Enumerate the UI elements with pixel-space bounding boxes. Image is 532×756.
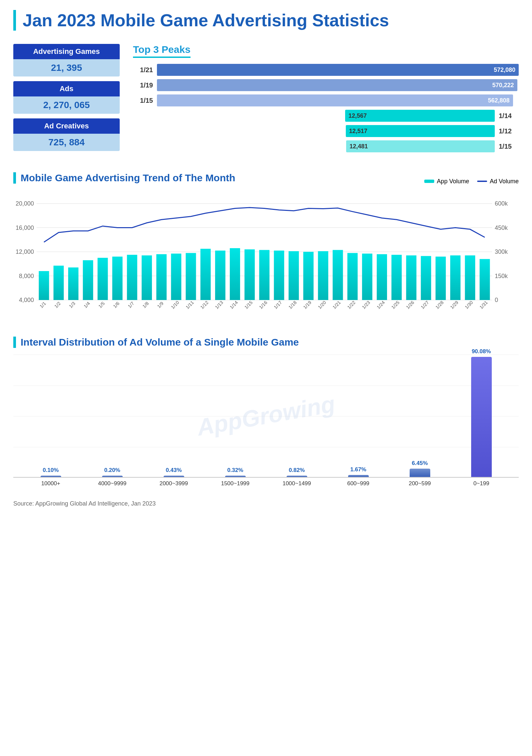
interval-bar-label: 4000~9999 [81, 480, 143, 487]
interval-bar [348, 475, 369, 477]
interval-chart: AppGrowing 0.10% 0.20% 0.43% 0.32% 0.82%… [13, 355, 519, 487]
card-ad-creatives: Ad Creatives 725, 884 [13, 118, 120, 151]
interval-bar-col: 0.43% [143, 467, 204, 477]
source-text: Source: AppGrowing Global Ad Intelligenc… [13, 500, 519, 507]
interval-title: Interval Distribution of Ad Volume of a … [13, 337, 519, 348]
top-peaks-bars: 1/21572,0801/19570,2221/15562,808 [133, 64, 519, 106]
summary-cards: Advertising Games 21, 395 Ads 2, 270, 06… [13, 44, 120, 151]
trend-title: Mobile Game Advertising Trend of The Mon… [13, 172, 235, 184]
bottom-peak-bar-row: 12,5171/12 [133, 125, 519, 137]
interval-bar [102, 476, 123, 477]
interval-bar-label: 0~199 [451, 480, 512, 487]
interval-bar [41, 476, 61, 477]
bottom-peak-bar: 12,517 [346, 125, 495, 137]
interval-bar-pct: 0.32% [227, 467, 243, 474]
page-title: Jan 2023 Mobile Game Advertising Statist… [13, 10, 519, 31]
trend-header: Mobile Game Advertising Trend of The Mon… [13, 172, 519, 190]
peak-bar-container: 562,808 [157, 94, 519, 106]
peak-bar-value: 570,222 [492, 82, 514, 89]
top-peak-bar-row: 1/21572,080 [133, 64, 519, 76]
interval-bar-col: 0.20% [81, 467, 143, 477]
peak-bar-value: 572,080 [494, 67, 515, 74]
interval-bar-pct: 1.67% [350, 466, 366, 473]
interval-bar [410, 469, 430, 477]
interval-bar-label: 10000+ [20, 480, 81, 487]
bottom-peak-date-label: 1/14 [499, 112, 519, 120]
bottom-peak-date-label: 1/12 [499, 127, 519, 135]
card-header-ad-creatives: Ad Creatives [13, 118, 120, 134]
interval-bar-pct: 6.45% [412, 460, 428, 467]
legend-ad-volume: Ad Volume [477, 178, 519, 185]
interval-bar-col: 0.82% [266, 467, 328, 477]
interval-bar [287, 476, 307, 477]
peak-date-label: 1/19 [133, 81, 153, 89]
card-advertising-games: Advertising Games 21, 395 [13, 44, 120, 76]
interval-bar-col: 0.32% [204, 467, 266, 477]
bottom-peak-bar-value: 12,567 [348, 112, 367, 119]
trend-chart [13, 194, 519, 320]
interval-bar-pct: 0.43% [166, 467, 182, 474]
interval-bar-col: 6.45% [389, 460, 451, 477]
summary-section: Advertising Games 21, 395 Ads 2, 270, 06… [13, 44, 519, 156]
bottom-peak-bar: 12,567 [345, 110, 495, 122]
card-value-ads: 2, 270, 065 [13, 96, 120, 114]
bottom-peak-bar-row: 12,5671/14 [133, 110, 519, 122]
interval-bar-label: 200~599 [389, 480, 451, 487]
interval-bar-col: 90.08% [451, 348, 512, 477]
bottom-peak-bar: 12,481 [346, 140, 495, 152]
interval-bar [471, 357, 492, 477]
card-value-advertising-games: 21, 395 [13, 59, 120, 76]
interval-bar-label: 1500~1999 [204, 480, 266, 487]
legend-ad-label: Ad Volume [490, 178, 519, 185]
peak-bar: 572,080 [157, 64, 519, 76]
bottom-peak-bar-row: 12,4811/15 [133, 140, 519, 152]
peak-bar-container: 570,222 [157, 79, 519, 91]
interval-bar-pct: 0.20% [104, 467, 120, 474]
legend-app-label: App Volume [437, 178, 469, 185]
bottom-peaks-bars: 12,5671/1412,5171/1212,4811/15 [133, 110, 519, 152]
peaks-section: Top 3 Peaks 1/21572,0801/19570,2221/1556… [133, 44, 519, 156]
card-header-ads: Ads [13, 81, 120, 96]
interval-bar-pct: 0.10% [43, 467, 59, 474]
top-peak-bar-row: 1/19570,222 [133, 79, 519, 91]
bottom-peak-date-label: 1/15 [499, 143, 519, 150]
interval-section: Interval Distribution of Ad Volume of a … [13, 337, 519, 487]
bottom-peak-bar-value: 12,517 [349, 128, 367, 135]
top-peak-bar-row: 1/15562,808 [133, 94, 519, 106]
legend-app-volume: App Volume [424, 178, 469, 185]
peak-bar: 562,808 [157, 94, 513, 106]
peak-bar-container: 572,080 [157, 64, 519, 76]
interval-bar-col: 1.67% [328, 466, 389, 477]
card-value-ad-creatives: 725, 884 [13, 134, 120, 151]
interval-bar-pct: 0.82% [289, 467, 305, 474]
interval-bar [225, 476, 246, 477]
peak-bar: 570,222 [157, 79, 517, 91]
legend-app-color [424, 180, 434, 183]
peak-date-label: 1/15 [133, 97, 153, 104]
peaks-title: Top 3 Peaks [133, 44, 191, 58]
trend-legend: App Volume Ad Volume [424, 178, 519, 185]
peak-bar-value: 562,808 [488, 97, 510, 104]
interval-bar [164, 476, 184, 477]
interval-bar-label: 1000~1499 [266, 480, 328, 487]
peak-date-label: 1/21 [133, 66, 153, 74]
card-header-advertising-games: Advertising Games [13, 44, 120, 59]
interval-bar-pct: 90.08% [472, 348, 491, 355]
interval-bar-col: 0.10% [20, 467, 81, 477]
interval-bar-label: 600~999 [328, 480, 389, 487]
interval-bar-label: 2000~3999 [143, 480, 204, 487]
trend-section: Mobile Game Advertising Trend of The Mon… [13, 172, 519, 320]
legend-ad-color [477, 181, 487, 182]
card-ads: Ads 2, 270, 065 [13, 81, 120, 114]
bottom-peak-bar-value: 12,481 [349, 143, 368, 150]
